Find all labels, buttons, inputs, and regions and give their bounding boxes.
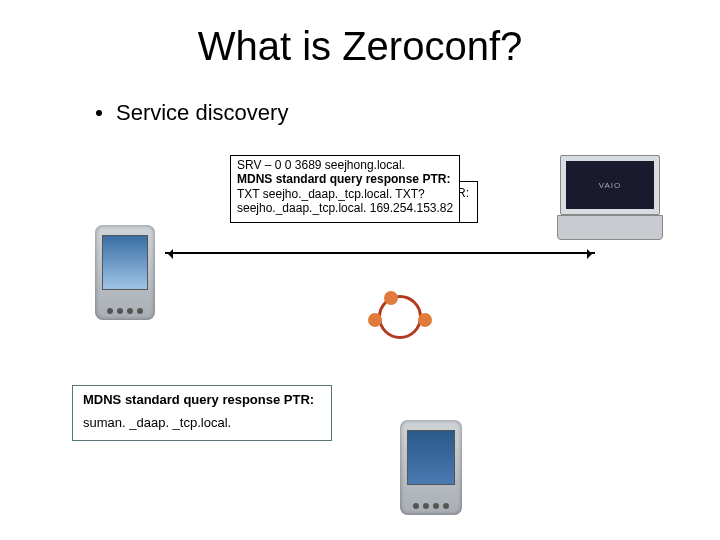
router-icon [370,295,430,340]
device-pda-bottom [400,420,462,515]
laptop-lid: VAIO [560,155,660,215]
laptop-screen: VAIO [566,161,654,209]
callout-heading: MDNS standard query response PTR: [83,392,321,407]
laptop-base [557,215,663,240]
device-pda-left [95,225,155,320]
msg-line: TXT seejho._daap._tcp.local. TXT? [237,187,453,201]
message-stack: MDNS standard query response PTR: _daap.… [230,155,560,250]
bullet-service-discovery: Service discovery [96,100,288,126]
message-box-front: SRV – 0 0 3689 seejhong.local. MDNS stan… [230,155,460,223]
msg-line: SRV – 0 0 3689 seejhong.local. [237,158,453,172]
pda-screen [102,235,148,290]
device-laptop: VAIO [560,155,660,240]
bullet-text: Service discovery [116,100,288,126]
bullet-dot-icon [96,110,102,116]
pda-screen [407,430,455,485]
msg-line: MDNS standard query response PTR: [237,172,453,186]
pda-buttons [400,503,462,509]
msg-line: seejho._daap._tcp.local. 169.254.153.82 [237,201,453,215]
callout-response: MDNS standard query response PTR: suman.… [72,385,332,441]
pda-buttons [95,308,155,314]
page-title: What is Zeroconf? [0,24,720,69]
callout-body: suman. _daap. _tcp.local. [83,415,321,430]
double-arrow-icon [165,252,595,254]
